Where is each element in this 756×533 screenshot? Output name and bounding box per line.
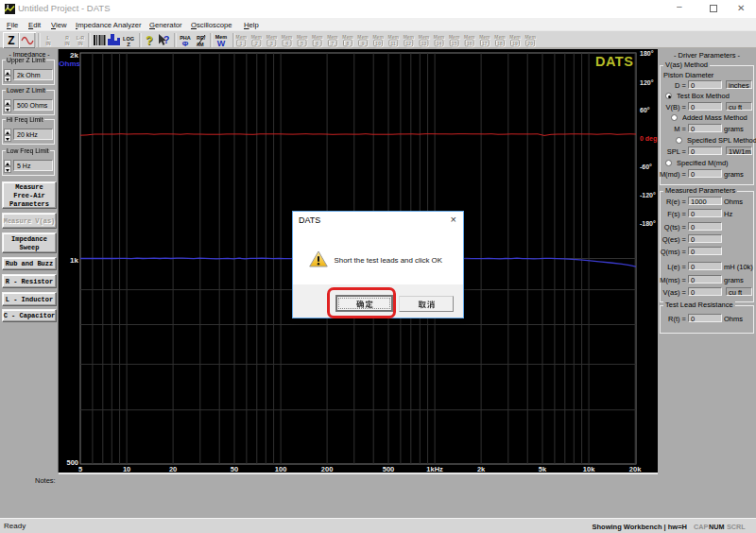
svg-text:Mem: Mem (449, 34, 460, 40)
svg-text:16: 16 (467, 41, 472, 46)
svg-text:2k: 2k (477, 465, 486, 473)
svg-text:2: 2 (255, 41, 258, 46)
svg-text:5k: 5k (539, 465, 547, 473)
svg-text:4: 4 (285, 41, 288, 46)
svg-text:500: 500 (66, 458, 78, 467)
svg-text:Mem: Mem (357, 34, 369, 40)
svg-text:-120°: -120° (640, 192, 656, 198)
svg-text:-180°: -180° (640, 220, 656, 227)
svg-text:7: 7 (331, 41, 334, 46)
svg-text:180°: 180° (640, 50, 654, 57)
svg-text:?: ? (146, 34, 153, 47)
svg-text:Mem: Mem (434, 34, 445, 40)
svg-text:3: 3 (270, 41, 273, 46)
svg-text:Ohms: Ohms (59, 60, 80, 68)
svg-text:10: 10 (123, 465, 130, 473)
svg-text:Mem: Mem (419, 34, 430, 40)
svg-text:Mem: Mem (327, 34, 338, 40)
svg-text:10k: 10k (583, 465, 595, 473)
svg-text:60°: 60° (640, 107, 650, 113)
svg-text:20: 20 (527, 41, 533, 46)
svg-text:14: 14 (437, 41, 442, 46)
svg-text:Mem: Mem (342, 34, 353, 40)
svg-text:Z: Z (8, 34, 14, 47)
svg-text:Mem: Mem (251, 34, 263, 40)
svg-text:Mem: Mem (388, 34, 400, 40)
svg-text:IN: IN (78, 41, 83, 46)
svg-text:17: 17 (482, 41, 488, 46)
svg-text:Mem: Mem (312, 34, 323, 40)
svg-text:Mem: Mem (509, 34, 521, 40)
svg-text:Mem: Mem (404, 34, 415, 40)
svg-text:9: 9 (362, 41, 365, 46)
svg-text:8: 8 (347, 41, 350, 46)
svg-text:6: 6 (316, 41, 318, 46)
svg-text:19: 19 (512, 41, 518, 46)
svg-text:-60°: -60° (640, 163, 652, 170)
svg-text:W: W (217, 39, 226, 48)
svg-text:5: 5 (301, 41, 303, 46)
svg-text:Mem: Mem (266, 34, 278, 40)
svg-text:11: 11 (391, 41, 397, 46)
svg-text:500: 500 (383, 465, 395, 473)
svg-text:12: 12 (406, 41, 412, 46)
svg-text:20k: 20k (629, 465, 642, 473)
svg-text:18: 18 (497, 41, 503, 46)
svg-text:1kHz: 1kHz (426, 465, 443, 473)
svg-text:15: 15 (452, 41, 457, 46)
svg-text:DATS: DATS (595, 54, 633, 69)
svg-text:13: 13 (421, 41, 427, 46)
svg-text:Mem: Mem (236, 34, 248, 40)
svg-text:Mem: Mem (494, 34, 506, 40)
svg-text:0 deg: 0 deg (640, 135, 657, 143)
svg-text:IN: IN (65, 41, 70, 46)
svg-text:20: 20 (169, 465, 177, 473)
svg-text:200: 200 (321, 465, 334, 473)
svg-text:120°: 120° (640, 79, 654, 86)
svg-text:Φ: Φ (182, 40, 189, 48)
svg-text:Mem: Mem (297, 34, 308, 40)
svg-text:1: 1 (240, 41, 243, 46)
svg-text:50: 50 (231, 465, 238, 473)
svg-text:Mem: Mem (479, 34, 490, 40)
svg-text:Mem: Mem (464, 34, 475, 40)
svg-text:IN: IN (46, 41, 51, 46)
svg-text:10: 10 (375, 41, 381, 46)
svg-text:Mem: Mem (282, 34, 293, 40)
svg-text:5: 5 (78, 465, 82, 473)
svg-text:1k: 1k (70, 256, 78, 265)
svg-text:100: 100 (275, 465, 287, 473)
svg-text:Z: Z (127, 42, 130, 47)
svg-text:Mem: Mem (372, 34, 384, 40)
svg-text:Mem: Mem (524, 34, 536, 40)
